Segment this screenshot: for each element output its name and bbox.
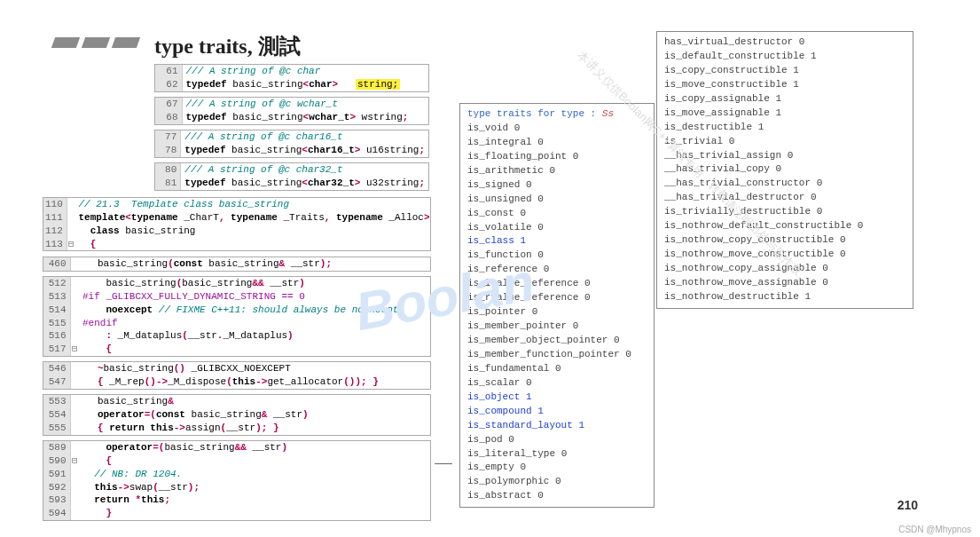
slide-title: type traits, 測試: [154, 32, 301, 60]
traits-box-right: has_virtual_destructor 0is_default_const…: [656, 31, 913, 309]
codebox-moveasgn: 589 operator=(basic_string&& __str)590⊟ …: [43, 440, 431, 521]
code-line: #endif: [79, 317, 430, 330]
trait-row: is_volatile 0: [467, 221, 647, 235]
line-number: 591: [43, 468, 70, 481]
code-line: this->swap(__str);: [79, 481, 430, 494]
line-number: 514: [43, 304, 70, 317]
code-line: { return this->assign(__str); }: [70, 422, 430, 435]
code-line: operator=(const basic_string& __str): [70, 408, 430, 422]
trait-row: is_nothrow_move_assignable 0: [664, 276, 906, 290]
trait-row: is_move_constructible 1: [664, 78, 906, 92]
fold-marker: [70, 317, 79, 330]
fold-marker: ⊟: [70, 454, 79, 468]
code-line: // NB: DR 1204.: [79, 468, 430, 481]
line-number: 592: [43, 481, 70, 494]
code-line: basic_string(basic_string&& __str): [79, 277, 430, 290]
trait-row: __has_trivial_copy 0: [664, 162, 906, 177]
fold-marker: [70, 507, 79, 520]
trait-row: is_abstract 0: [467, 489, 647, 503]
code-line: basic_string(const basic_string& __str);: [70, 257, 430, 271]
line-number: 62: [155, 78, 182, 91]
trait-row: is_default_constructible 1: [664, 50, 906, 64]
trait-row: __has_trivial_constructor 0: [664, 177, 906, 191]
code-line: ~basic_string() _GLIBCXX_NOEXCEPT: [70, 362, 430, 375]
line-number: 68: [155, 111, 182, 124]
line-number: 513: [43, 290, 70, 304]
fold-marker: ⊟: [70, 343, 79, 356]
trait-row: is_literal_type 0: [467, 447, 647, 462]
code-line: return *this;: [79, 494, 430, 507]
line-number: 555: [43, 422, 70, 435]
trait-row: is_reference 0: [467, 263, 647, 277]
divider-tick: [435, 457, 452, 464]
line-number: 110: [43, 198, 67, 211]
line-number: 460: [43, 257, 70, 271]
trait-row: is_scalar 0: [467, 376, 647, 391]
fold-marker: [70, 277, 79, 290]
trait-row: is_nothrow_default_constructible 0: [664, 219, 906, 233]
trait-row: is_const 0: [467, 207, 647, 221]
trait-row: is_empty 0: [467, 461, 647, 475]
trait-row: is_fundamental 0: [467, 362, 647, 376]
slide-dashes: [53, 37, 144, 51]
trait-row: is_nothrow_destructible 1: [664, 290, 906, 304]
trait-row: is_nothrow_copy_constructible 0: [664, 233, 906, 248]
trait-row: is_void 0: [467, 122, 647, 136]
code-line: #if _GLIBCXX_FULLY_DYNAMIC_STRING == 0: [79, 290, 430, 304]
trait-row: is_copy_constructible 1: [664, 64, 906, 78]
trait-row: is_polymorphic 0: [467, 475, 647, 489]
fold-marker: ⊟: [67, 238, 74, 251]
codebox-template: 110// 21.3 Template class basic_string11…: [43, 197, 431, 251]
line-number: 80: [155, 163, 181, 177]
code-line: template<typename _CharT, typename _Trai…: [74, 211, 431, 225]
fold-marker: [70, 468, 79, 481]
code-line: operator=(basic_string&& __str): [79, 441, 430, 454]
trait-row: is_member_function_pointer 0: [467, 348, 647, 362]
trait-row: is_trivial 0: [664, 135, 906, 149]
line-number: 516: [43, 329, 70, 343]
trait-row: is_rvalue_reference 0: [467, 291, 647, 305]
line-number: 112: [43, 225, 67, 238]
fold-marker: [67, 225, 74, 238]
line-number: 517: [43, 343, 70, 356]
trait-row: is_trivially_destructible 0: [664, 205, 906, 219]
trait-row: is_function 0: [467, 249, 647, 263]
code-line: /// A string of @c char16_t: [181, 130, 428, 144]
trait-row: is_standard_layout 1: [467, 419, 647, 433]
code-line: class basic_string: [74, 225, 431, 238]
fold-marker: [67, 198, 74, 211]
trait-row: is_member_pointer 0: [467, 320, 647, 334]
code-line: }: [79, 507, 430, 520]
trait-row: is_copy_assignable 1: [664, 92, 906, 107]
traits-box-left: type traits for type : Ss is_void 0is_in…: [459, 103, 655, 508]
code-line: typedef basic_string<wchar_t> wstring;: [182, 111, 428, 124]
codebox-u16: 77/// A string of @c char16_t78typedef b…: [154, 130, 429, 158]
code-line: // 21.3 Template class basic_string: [74, 198, 431, 211]
trait-row: __has_trivial_assign 0: [664, 149, 906, 163]
code-line: basic_string&: [70, 395, 430, 408]
line-number: 67: [155, 98, 182, 111]
codebox-movector: 512 basic_string(basic_string&& __str)51…: [43, 276, 431, 357]
trait-row: is_compound 1: [467, 405, 647, 419]
trait-row: is_arithmetic 0: [467, 164, 647, 178]
line-number: 78: [155, 144, 181, 157]
traits-header: type traits for type : Ss: [467, 107, 647, 122]
trait-row: is_unsigned 0: [467, 193, 647, 207]
line-number: 547: [43, 375, 70, 389]
code-line: { _M_rep()->_M_dispose(this->get_allocat…: [70, 375, 430, 389]
fold-marker: [70, 481, 79, 494]
trait-row: is_nothrow_move_constructible 0: [664, 248, 906, 262]
trait-row: is_pod 0: [467, 433, 647, 447]
line-number: 113: [43, 238, 67, 251]
trait-row: is_move_assignable 1: [664, 107, 906, 121]
fold-marker: [70, 494, 79, 507]
fold-marker: [70, 304, 79, 317]
code-line: noexcept // FIXME C++11: should always b…: [79, 304, 430, 317]
line-number: 554: [43, 408, 70, 422]
line-number: 546: [43, 362, 70, 375]
codebox-copyasgn: 553 basic_string&554 operator=(const bas…: [43, 394, 431, 436]
line-number: 589: [43, 441, 70, 454]
line-number: 61: [155, 65, 182, 78]
codebox-copyctor: 460 basic_string(const basic_string& __s…: [43, 257, 431, 272]
code-line: /// A string of @c wchar_t: [182, 98, 428, 111]
